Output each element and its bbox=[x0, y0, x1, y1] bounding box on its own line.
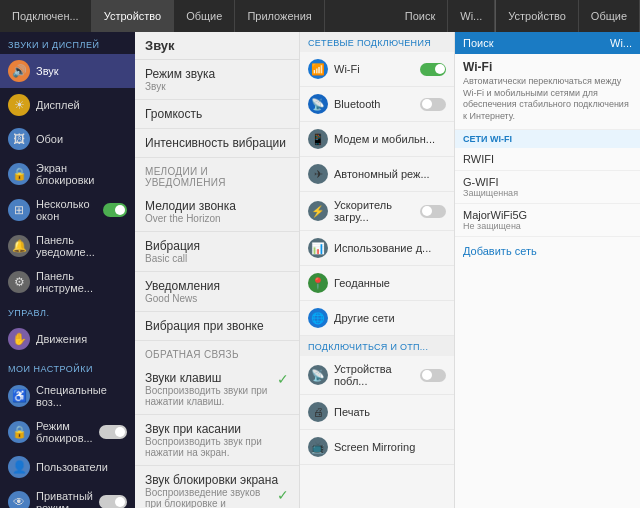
accelerator-item[interactable]: ⚡ Ускоритель загру... bbox=[300, 192, 454, 231]
data-usage-item[interactable]: 📊 Использование д... bbox=[300, 231, 454, 266]
volume-item[interactable]: Громкость bbox=[135, 100, 299, 129]
sidebar-item-blockmode[interactable]: 🔒 Режим блокиров... bbox=[0, 414, 135, 450]
nearby-label: Устройства побл... bbox=[334, 363, 416, 387]
multiwindow-toggle[interactable] bbox=[103, 203, 127, 217]
wifi-toggle[interactable] bbox=[420, 63, 446, 76]
vibration-label: Вибрация bbox=[145, 239, 289, 253]
sidebar-item-accessibility[interactable]: ♿ Специальные воз... bbox=[0, 378, 135, 414]
add-network-btn[interactable]: Добавить сеть bbox=[455, 237, 640, 265]
wifi-icon: 📶 bbox=[308, 59, 328, 79]
touch-sound-item[interactable]: Звук при касании Воспроизводить звук при… bbox=[135, 415, 299, 466]
network-gwifi-security: Защищенная bbox=[463, 188, 632, 198]
screen-mirroring-item[interactable]: 📺 Screen Mirroring bbox=[300, 430, 454, 465]
blockmode-icon: 🔒 bbox=[8, 421, 30, 443]
nav-obshchie2[interactable]: Общие bbox=[579, 0, 640, 32]
wifi-desc-item: Wi-Fi Автоматически переключаться между … bbox=[455, 54, 640, 130]
nav-poisk[interactable]: Поиск bbox=[393, 0, 448, 32]
vibration-on-call-item[interactable]: Вибрация при звонке bbox=[135, 312, 299, 341]
section-connect: ПОДКЛЮЧИТЬСЯ И ОТП... bbox=[300, 336, 454, 356]
section-network: СЕТЕВЫЕ ПОДКЛЮЧЕНИЯ bbox=[300, 32, 454, 52]
key-sounds-item[interactable]: Звуки клавиш ✓ Воспроизводить звуки при … bbox=[135, 364, 299, 415]
ringtone-value: Over the Horizon bbox=[145, 213, 289, 224]
section-melodies: МЕЛОДИИ И УВЕДОМЛЕНИЯ bbox=[135, 158, 299, 192]
screen-mirroring-icon: 📺 bbox=[308, 437, 328, 457]
ringtone-label: Мелодии звонка bbox=[145, 199, 289, 213]
nearby-toggle[interactable] bbox=[420, 369, 446, 382]
sidebar-item-multi-window[interactable]: ⊞ Несколько окон bbox=[0, 192, 135, 228]
network-rwifi-name: RWIFI bbox=[463, 153, 632, 165]
sidebar-label-accessibility: Специальные воз... bbox=[36, 384, 127, 408]
key-sounds-label: Звуки клавиш ✓ bbox=[145, 371, 289, 385]
volume-label: Громкость bbox=[145, 107, 289, 121]
section-zvuki-display: ЗВУКИ И ДИСПЛЕЙ bbox=[0, 32, 135, 54]
lock-icon: 🔒 bbox=[8, 163, 30, 185]
wifi-item[interactable]: 📶 Wi-Fi bbox=[300, 52, 454, 87]
settings-sidebar: ЗВУКИ И ДИСПЛЕЙ 🔊 Звук ☀ Дисплей 🖼 Обои … bbox=[0, 32, 135, 508]
network-gwifi[interactable]: G-WIFI Защищенная bbox=[455, 171, 640, 204]
wifi-panel-header: Поиск Wi... bbox=[455, 32, 640, 54]
other-networks-item[interactable]: 🌐 Другие сети bbox=[300, 301, 454, 336]
sidebar-item-oboi[interactable]: 🖼 Обои bbox=[0, 122, 135, 156]
private-icon: 👁 bbox=[8, 491, 30, 508]
bluetooth-label: Bluetooth bbox=[334, 98, 380, 110]
airplane-label: Автономный реж... bbox=[334, 168, 430, 180]
notifications-item[interactable]: Уведомления Good News bbox=[135, 272, 299, 312]
users-icon: 👤 bbox=[8, 456, 30, 478]
nav-obshchie[interactable]: Общие bbox=[174, 0, 235, 32]
sidebar-item-gestures[interactable]: ✋ Движения bbox=[0, 322, 135, 356]
nav-ustroistvo2[interactable]: Устройство bbox=[496, 0, 579, 32]
top-nav: Подключен... Устройство Общие Приложения… bbox=[0, 0, 640, 32]
section-my-settings: МОИ НАСТРОЙКИ bbox=[0, 356, 135, 378]
sidebar-label-gestures: Движения bbox=[36, 333, 87, 345]
bluetooth-toggle[interactable] bbox=[420, 98, 446, 111]
wifi-more-btn[interactable]: Wi... bbox=[610, 37, 632, 49]
sidebar-label-multiwindow: Несколько окон bbox=[36, 198, 103, 222]
vibration-intensity-item[interactable]: Интенсивность вибрации bbox=[135, 129, 299, 158]
sidebar-item-lock-screen[interactable]: 🔒 Экран блокировки bbox=[0, 156, 135, 192]
sidebar-label-lock: Экран блокировки bbox=[36, 162, 127, 186]
oboi-icon: 🖼 bbox=[8, 128, 30, 150]
network-rwifi[interactable]: RWIFI bbox=[455, 148, 640, 171]
sidebar-label-zvuk: Звук bbox=[36, 65, 59, 77]
sound-settings-panel: Звук Режим звука Звук Громкость Интенсив… bbox=[135, 32, 300, 508]
geodata-label: Геоданные bbox=[334, 277, 390, 289]
private-toggle[interactable] bbox=[99, 495, 127, 508]
airplane-item[interactable]: ✈ Автономный реж... bbox=[300, 157, 454, 192]
wifi-detail-desc: Автоматически переключаться между Wi-Fi … bbox=[463, 76, 632, 123]
sound-mode-item[interactable]: Режим звука Звук bbox=[135, 60, 299, 100]
print-item[interactable]: 🖨 Печать bbox=[300, 395, 454, 430]
nav-ustroistvo[interactable]: Устройство bbox=[92, 0, 175, 32]
network-major[interactable]: MajorWiFi5G Не защищена bbox=[455, 204, 640, 237]
sidebar-item-toolbar[interactable]: ⚙ Панель инструме... bbox=[0, 264, 135, 300]
vibration-intensity-label: Интенсивность вибрации bbox=[145, 136, 289, 150]
lock-sound-item[interactable]: Звук блокировки экрана ✓ Воспроизведение… bbox=[135, 466, 299, 508]
nav-podklyuchen[interactable]: Подключен... bbox=[0, 0, 92, 32]
geodata-icon: 📍 bbox=[308, 273, 328, 293]
blockmode-toggle[interactable] bbox=[99, 425, 127, 439]
geodata-item[interactable]: 📍 Геоданные bbox=[300, 266, 454, 301]
notifications-value: Good News bbox=[145, 293, 289, 304]
sidebar-item-users[interactable]: 👤 Пользователи bbox=[0, 450, 135, 484]
other-networks-label: Другие сети bbox=[334, 312, 395, 324]
airplane-icon: ✈ bbox=[308, 164, 328, 184]
nav-wi[interactable]: Wi... bbox=[448, 0, 495, 32]
sidebar-item-zvuk[interactable]: 🔊 Звук bbox=[0, 54, 135, 88]
multiwindow-icon: ⊞ bbox=[8, 199, 30, 221]
section-control: УПРАВЛ. bbox=[0, 300, 135, 322]
sidebar-item-display[interactable]: ☀ Дисплей bbox=[0, 88, 135, 122]
nearby-devices-item[interactable]: 📡 Устройства побл... bbox=[300, 356, 454, 395]
vibration-on-call-label: Вибрация при звонке bbox=[145, 319, 289, 333]
notifications-label: Уведомления bbox=[145, 279, 289, 293]
sidebar-item-private[interactable]: 👁 Приватный режим bbox=[0, 484, 135, 508]
modem-item[interactable]: 📱 Модем и мобильн... bbox=[300, 122, 454, 157]
sidebar-item-notifications[interactable]: 🔔 Панель уведомле... bbox=[0, 228, 135, 264]
bluetooth-item[interactable]: 📡 Bluetooth bbox=[300, 87, 454, 122]
ringtone-item[interactable]: Мелодии звонка Over the Horizon bbox=[135, 192, 299, 232]
wifi-search-btn[interactable]: Поиск bbox=[463, 37, 493, 49]
network-major-security: Не защищена bbox=[463, 221, 632, 231]
accelerator-toggle[interactable] bbox=[420, 205, 446, 218]
lock-sound-label: Звук блокировки экрана ✓ bbox=[145, 473, 289, 487]
vibration-item[interactable]: Вибрация Basic call bbox=[135, 232, 299, 272]
sidebar-label-notifications: Панель уведомле... bbox=[36, 234, 127, 258]
nav-prilozhenia[interactable]: Приложения bbox=[235, 0, 324, 32]
